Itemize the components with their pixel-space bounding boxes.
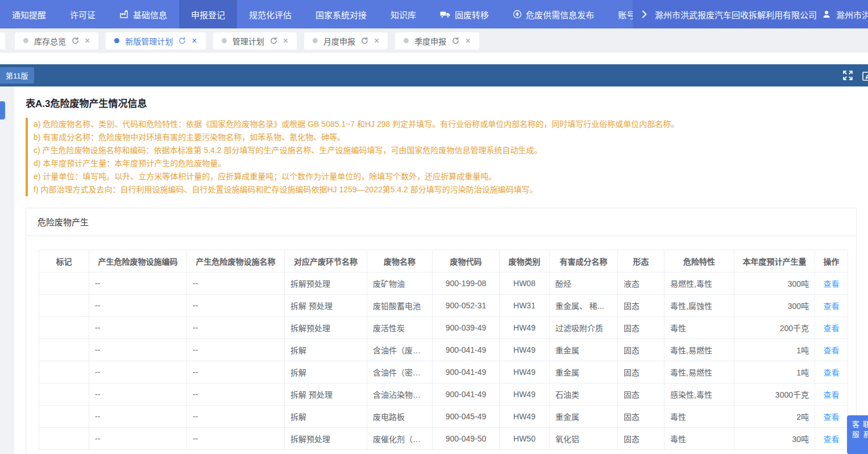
tab-label: 月度申报 (323, 35, 355, 47)
table-cell-action: 查看 (815, 361, 848, 383)
table-row: ----拆解含油件（密封...900-041-49HW49重金属固态毒性,易燃性… (39, 361, 848, 383)
nav-item-waste-transfer[interactable]: 固废转移 (428, 0, 501, 28)
table-row: ----拆解废电路板900-045-49HW49重金属固态毒性2吨查看 (39, 406, 848, 428)
table-cell-action: 查看 (815, 383, 848, 406)
close-icon[interactable]: × (192, 36, 197, 46)
edit-icon[interactable] (862, 70, 868, 81)
form-toolbar: 第11版 (0, 64, 868, 86)
table-cell: 感染性,毒性 (665, 383, 734, 406)
table-cell: 废电路板 (367, 406, 433, 428)
view-link[interactable]: 查看 (824, 302, 840, 311)
view-link[interactable]: 查看 (824, 279, 840, 288)
refresh-icon[interactable] (361, 37, 368, 44)
table-cell: 易燃性,毒性 (665, 273, 734, 295)
nav-item-account[interactable]: 账号管理 (606, 0, 633, 28)
column-header: 废物名称 (367, 250, 433, 273)
tab-label: 季度申报 (414, 35, 446, 47)
user-icon (822, 10, 831, 19)
table-cell: -- (89, 317, 187, 339)
nav-item-label: 账号管理 (618, 9, 633, 20)
table-cell: 固态 (618, 361, 665, 383)
fullscreen-icon[interactable] (842, 70, 853, 81)
column-header: 标记 (39, 250, 89, 273)
table-cell: 300吨 (734, 295, 815, 317)
nav-item-standard-eval[interactable]: 规范化评估 (237, 0, 304, 28)
table-cell: 过滤吸附介质 (550, 317, 618, 339)
nav-item-supply-demand[interactable]: 危废供需信息发布 (501, 0, 606, 28)
table-cell: 毒性 (665, 428, 734, 450)
table-cell-action: 查看 (815, 295, 848, 317)
nav-item-notifications[interactable]: 通知提醒 (0, 0, 58, 28)
view-link[interactable]: 查看 (824, 412, 840, 422)
table-cell-action: 查看 (815, 317, 848, 339)
nav-item-knowledge-base[interactable]: 知识库 (379, 0, 428, 28)
tab-status-dot (404, 38, 409, 43)
refresh-icon[interactable] (452, 37, 459, 44)
table-cell: 900-041-49 (433, 339, 500, 361)
nav-item-declaration[interactable]: 申报登记 (179, 0, 237, 28)
table-cell: -- (89, 273, 187, 295)
table-cell: 拆解 预处理 (285, 295, 367, 317)
refresh-icon[interactable] (270, 37, 277, 44)
user-name[interactable]: 滁州市洪... (836, 9, 868, 20)
nav-item-label: 固废转移 (455, 9, 489, 20)
view-link[interactable]: 查看 (824, 435, 840, 444)
table-row: ----拆解 预处理废铅酸蓄电池900-052-31HW31重金属、 稀...固… (39, 295, 848, 317)
tab-new-management-plan[interactable]: 新版管理计划× (106, 32, 205, 49)
nav-item-basic-info[interactable]: 基础信息 (107, 0, 179, 28)
table-cell: 含油沾染物（... (367, 383, 433, 406)
table-cell: HW49 (500, 339, 550, 361)
table-cell: -- (187, 295, 285, 317)
table-cell: -- (89, 406, 187, 428)
tab-quarterly-report[interactable]: 季度申报× (395, 32, 479, 49)
table-cell: HW08 (500, 273, 550, 295)
chevron-right-icon (642, 10, 647, 18)
close-icon[interactable]: × (465, 36, 470, 46)
table-cell: 废活性炭 (367, 317, 433, 339)
close-icon[interactable]: × (374, 36, 379, 46)
refresh-icon[interactable] (72, 37, 79, 44)
table-cell: 拆解 (285, 406, 367, 428)
table-row: ----拆解含油件（废机...900-041-49HW49重金属固态毒性,易燃性… (39, 339, 848, 361)
table-cell: -- (89, 383, 187, 406)
close-icon[interactable]: × (85, 36, 90, 46)
tab-management-plan[interactable]: 管理计划× (213, 32, 297, 49)
table-cell: 900-052-31 (433, 295, 500, 317)
nav-account-area[interactable]: 滁州市洪武报废汽车回收拆解利用有限公司 滁州市洪... (633, 0, 868, 28)
tab-partial[interactable] (0, 32, 5, 49)
tab-label: 库存总览 (34, 35, 66, 47)
drawer-handle[interactable] (0, 101, 5, 119)
page-title: 表A.3危险废物产生情况信息 (26, 96, 857, 110)
tab-bar: 库存总览×新版管理计划×管理计划×月度申报×季度申报× (0, 28, 868, 53)
table-cell: 重金属 (550, 406, 618, 428)
table-cell: 固态 (618, 428, 665, 450)
view-link[interactable]: 查看 (824, 324, 840, 333)
view-link[interactable]: 查看 (824, 368, 840, 377)
view-link[interactable]: 查看 (824, 390, 840, 399)
table-header-row: 标记产生危险废物设施编码产生危险废物设施名称对应产废环节名称废物名称废物代码废物… (39, 250, 848, 273)
view-link[interactable]: 查看 (824, 346, 840, 355)
contact-support-badge[interactable]: 联系客服 (847, 415, 868, 454)
table-cell (39, 339, 89, 361)
table-cell: HW49 (500, 406, 550, 428)
nav-item-label: 基础信息 (133, 9, 167, 20)
section-title: 危险废物产生 (26, 208, 856, 236)
table-cell (39, 428, 89, 450)
close-icon[interactable]: × (283, 36, 288, 46)
nav-items: 通知提醒许可证基础信息申报登记规范化评估国家系统对接知识库固废转移危废供需信息发… (0, 0, 633, 28)
table-cell (39, 273, 89, 295)
table-body: ----拆解预处理废矿物油900-199-08HW08酚烃液态易燃性,毒性300… (39, 273, 848, 450)
nav-item-license[interactable]: 许可证 (58, 0, 107, 28)
truck-icon (440, 10, 451, 19)
nav-item-label: 知识库 (391, 9, 416, 20)
table-cell (39, 406, 89, 428)
refresh-icon[interactable] (178, 37, 186, 44)
table-cell: -- (187, 383, 285, 406)
column-header: 危险特性 (665, 250, 734, 273)
table-cell: 1吨 (734, 361, 815, 383)
table-cell: 毒性,易燃性 (665, 339, 734, 361)
tab-inventory-overview[interactable]: 库存总览× (15, 32, 98, 49)
tab-monthly-report[interactable]: 月度申报× (304, 32, 388, 49)
nav-item-national-system[interactable]: 国家系统对接 (304, 0, 379, 28)
table-cell: 含油件（废机... (367, 339, 433, 361)
